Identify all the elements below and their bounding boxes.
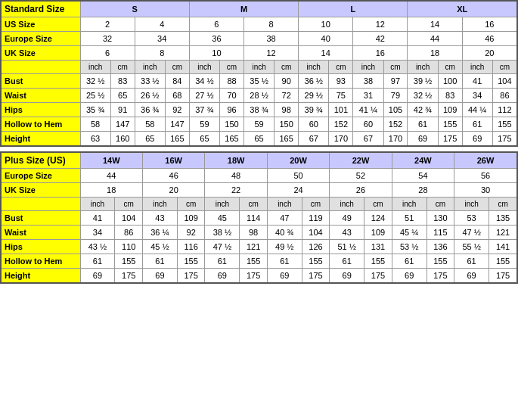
plus-size-table: Plus Size (US) 14W 16W 18W 20W 22W 24W 2… [0, 151, 518, 284]
waist-row: Waist 25 ½65 26 ½68 27 ½70 28 ½72 29 ½75… [1, 89, 517, 103]
unit-inch: inch [80, 61, 110, 74]
unit-inch: inch [243, 61, 274, 74]
unit-cm: cm [438, 61, 462, 74]
unit-cm: cm [220, 61, 244, 74]
us-size-14: 14 [408, 17, 462, 32]
unit-cm: cm [383, 61, 408, 74]
europe-size-label: Europe Size [1, 32, 80, 46]
hips-row-plus: Hips 43 ½110 45 ½116 47 ½121 49 ½126 51 … [1, 240, 517, 254]
height-row-plus: Height 69175 69175 69175 69175 69175 691… [1, 269, 517, 284]
unit-label-empty-plus [1, 198, 80, 211]
us-size-8: 8 [243, 17, 298, 32]
size-group-16w: 16W [142, 152, 204, 169]
size-group-22w: 22W [330, 152, 392, 169]
standard-size-table: Standard Size S M L XL US Size 2 4 6 8 1… [0, 0, 518, 147]
size-group-26w: 26W [454, 152, 517, 169]
hips-row: Hips 35 ¾91 36 ¾92 37 ¾96 38 ¾98 39 ¾101… [1, 103, 517, 117]
uk-size-label-plus: UK Size [1, 183, 80, 198]
hollow-to-hem-row-plus: Hollow to Hem 61155 61155 61155 61155 61… [1, 254, 517, 269]
size-chart-container: Standard Size S M L XL US Size 2 4 6 8 1… [0, 0, 518, 284]
size-group-m: M [189, 1, 298, 17]
unit-cm: cm [110, 61, 135, 74]
waist-row-plus: Waist 3486 36 ¼92 38 ½98 40 ¾104 43109 4… [1, 226, 517, 240]
unit-inch: inch [462, 61, 492, 74]
unit-inch: inch [408, 61, 438, 74]
plus-size-title: Plus Size (US) [1, 152, 80, 169]
unit-inch: inch [353, 61, 383, 74]
standard-size-title: Standard Size [1, 1, 80, 17]
us-size-10: 10 [299, 17, 353, 32]
size-group-l: L [299, 1, 408, 17]
unit-cm: cm [492, 61, 517, 74]
us-size-2: 2 [80, 17, 135, 32]
us-size-12: 12 [353, 17, 408, 32]
bust-row-plus: Bust 41104 43109 45114 47119 49124 51130… [1, 211, 517, 226]
size-group-s: S [80, 1, 189, 17]
unit-label-empty [1, 61, 80, 74]
unit-inch: inch [135, 61, 165, 74]
us-size-label: US Size [1, 17, 80, 32]
unit-cm: cm [329, 61, 353, 74]
unit-cm: cm [275, 61, 299, 74]
size-group-xl: XL [408, 1, 517, 17]
us-size-16: 16 [462, 17, 517, 32]
size-group-24w: 24W [392, 152, 454, 169]
unit-cm: cm [165, 61, 189, 74]
size-group-18w: 18W [205, 152, 267, 169]
size-group-14w: 14W [80, 152, 142, 169]
bust-row: Bust 32 ½83 33 ½84 34 ½88 35 ½90 36 ½93 … [1, 74, 517, 89]
hollow-to-hem-row: Hollow to Hem 58147 58147 59150 59150 60… [1, 117, 517, 132]
size-group-20w: 20W [267, 152, 329, 169]
us-size-6: 6 [189, 17, 243, 32]
unit-inch: inch [299, 61, 329, 74]
height-row: Height 63160 65165 65165 65165 67170 671… [1, 132, 517, 147]
unit-inch: inch [189, 61, 219, 74]
us-size-4: 4 [135, 17, 189, 32]
europe-size-label-plus: Europe Size [1, 169, 80, 183]
uk-size-label: UK Size [1, 46, 80, 61]
